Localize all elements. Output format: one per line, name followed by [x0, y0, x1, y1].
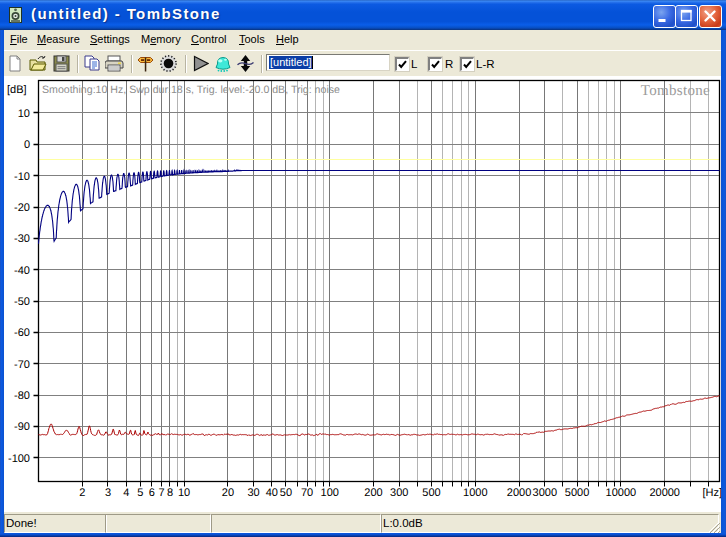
svg-text:70: 70	[301, 487, 313, 499]
svg-text:2: 2	[79, 487, 85, 499]
svg-text:[Hz]: [Hz]	[702, 487, 721, 499]
svg-text:4: 4	[123, 487, 129, 499]
svg-text:2000: 2000	[507, 487, 531, 499]
svg-text:10000: 10000	[606, 487, 637, 499]
svg-text:5: 5	[137, 487, 143, 499]
svg-text:50: 50	[280, 487, 292, 499]
svg-text:5000: 5000	[565, 487, 589, 499]
svg-text:200: 200	[364, 487, 382, 499]
svg-text:-50: -50	[14, 296, 30, 308]
svg-text:6: 6	[149, 487, 155, 499]
svg-text:20000: 20000	[649, 487, 680, 499]
svg-text:500: 500	[422, 487, 440, 499]
svg-text:Tombstone: Tombstone	[641, 83, 710, 99]
svg-text:0: 0	[24, 139, 30, 151]
svg-text:-100: -100	[8, 453, 30, 465]
svg-text:30: 30	[247, 487, 259, 499]
svg-text:100: 100	[321, 487, 339, 499]
svg-text:8: 8	[167, 487, 173, 499]
svg-text:20: 20	[222, 487, 234, 499]
svg-text:-90: -90	[14, 421, 30, 433]
svg-text:300: 300	[390, 487, 408, 499]
svg-text:-70: -70	[14, 359, 30, 371]
svg-text:3000: 3000	[533, 487, 557, 499]
svg-text:-30: -30	[14, 233, 30, 245]
svg-text:[dB]: [dB]	[7, 84, 27, 96]
svg-text:40: 40	[266, 487, 278, 499]
svg-text:-80: -80	[14, 390, 30, 402]
svg-text:-60: -60	[14, 327, 30, 339]
svg-text:Smoothing:10 Hz, Swp dur:18 s,: Smoothing:10 Hz, Swp dur:18 s, Trig. lev…	[42, 84, 340, 96]
svg-text:3: 3	[105, 487, 111, 499]
svg-text:10: 10	[178, 487, 190, 499]
svg-text:10: 10	[18, 108, 30, 120]
svg-text:7: 7	[158, 487, 164, 499]
svg-text:-40: -40	[14, 265, 30, 277]
svg-text:-20: -20	[14, 202, 30, 214]
svg-text:1000: 1000	[463, 487, 487, 499]
svg-text:-10: -10	[14, 171, 30, 183]
